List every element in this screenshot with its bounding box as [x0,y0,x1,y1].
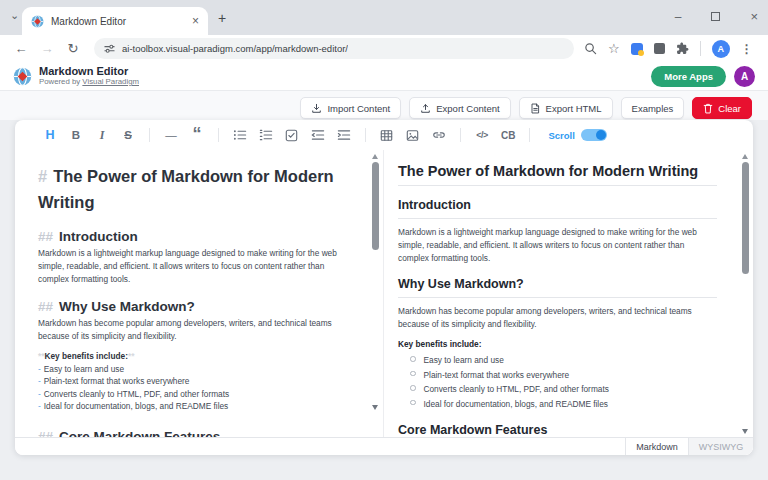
bullet-list-icon[interactable] [233,128,247,142]
site-settings-tune-icon[interactable] [104,43,115,54]
blockquote-icon[interactable]: “ [190,131,204,140]
powered-by-prefix: Powered by [39,77,80,86]
clear-button[interactable]: Clear [692,97,752,119]
table-icon[interactable] [380,129,394,142]
user-avatar[interactable]: A [734,66,755,87]
preview-scrollbar[interactable] [739,154,751,434]
scrollbar-up-icon[interactable] [372,154,378,159]
editor-benefits-label: Key benefits include: [44,351,127,361]
h2-marker: ## [38,429,53,437]
favicon-vp-logo [31,15,44,28]
tab-markdown[interactable]: Markdown [625,438,689,455]
toolbar-separator [218,128,219,142]
editor-benefit-item: Easy to learn and use [44,364,124,374]
editor-why-paragraph: Markdown has become popular among develo… [38,317,349,343]
editor-why-heading: Why Use Markdown? [59,299,195,314]
export-html-button[interactable]: Export HTML [519,97,613,119]
export-upload-icon [420,103,431,114]
scrollbar-thumb[interactable] [742,162,749,274]
scrollbar-down-icon[interactable] [372,405,378,410]
forward-icon[interactable]: → [36,41,58,56]
link-icon[interactable] [432,128,446,142]
preview-core-heading: Core Markdown Features [398,423,717,437]
export-content-label: Export Content [436,103,499,114]
url-field[interactable]: ai-toolbox.visual-paradigm.com/app/markd… [94,38,574,59]
browser-tab[interactable]: Markdown Editor × [22,7,208,35]
scrollbar-thumb[interactable] [372,162,379,250]
code-block-icon[interactable]: CB [501,130,515,141]
dash-marker: - [38,364,41,374]
scrollbar-down-icon[interactable] [742,429,748,434]
horizontal-rule-icon[interactable]: — [164,129,178,141]
extension-icon-blue[interactable] [631,43,643,55]
import-download-icon [311,103,322,114]
task-list-icon[interactable] [285,129,299,142]
export-html-label: Export HTML [546,103,602,114]
editor-benefit-item: Converts cleanly to HTML, PDF, and other… [44,389,229,399]
italic-icon[interactable]: I [95,128,109,143]
back-icon[interactable]: ← [10,41,32,56]
dash-marker: - [38,389,41,399]
visual-paradigm-logo [13,67,32,86]
editor-list-line: -Converts cleanly to HTML, PDF, and othe… [38,388,349,401]
extension-icon-dark[interactable] [654,43,665,54]
heading-icon[interactable]: H [43,128,57,142]
indent-icon[interactable] [337,128,351,142]
browser-profile-avatar[interactable]: A [712,40,730,58]
visual-paradigm-link[interactable]: Visual Paradigm [82,77,139,86]
outdent-icon[interactable] [311,128,325,142]
editor-scrollbar[interactable] [369,154,381,410]
editor-list-line: -Plain-text format that works everywhere [38,375,349,388]
window-minimize-icon[interactable]: – [675,10,682,24]
toolbar-separator [365,128,366,142]
image-icon[interactable] [406,129,420,142]
document-actions: Import Content Export Content Export HTM… [300,97,752,119]
toolbar-divider [700,41,701,56]
inline-code-icon[interactable]: </> [475,130,489,140]
examples-button[interactable]: Examples [621,97,685,119]
extensions-puzzle-icon[interactable] [676,42,689,55]
preview-doc-title: The Power of Markdown for Modern Writing [398,163,717,186]
export-content-button[interactable]: Export Content [409,97,510,119]
powered-by-text: Powered by Visual Paradigm [39,78,139,87]
scroll-sync-toggle[interactable] [581,129,607,141]
editor-h1-line: #The Power of Markdown for Modern Writin… [38,163,349,216]
numbered-list-icon[interactable] [259,128,273,142]
preview-benefits-list: Easy to learn and use Plain-text format … [398,353,717,411]
new-tab-button[interactable]: + [218,10,226,26]
editor-h2-line: ##Introduction [38,229,349,244]
window-maximize-icon[interactable] [711,12,720,21]
toolbar-separator [529,128,530,142]
editor-mode-tabbar: Markdown WYSIWYG [15,437,753,455]
markdown-editor-pane[interactable]: #The Power of Markdown for Modern Writin… [15,150,383,437]
editor-doc-title: The Power of Markdown for Modern Writing [38,167,334,211]
preview-why-heading: Why Use Markdown? [398,277,717,298]
zoom-search-icon[interactable] [584,42,597,55]
more-apps-button[interactable]: More Apps [651,66,726,87]
refresh-icon[interactable]: ↻ [62,41,84,56]
editor-h2-line: ##Why Use Markdown? [38,299,349,314]
import-content-button[interactable]: Import Content [300,97,401,119]
preview-benefits-label: Key benefits include: [398,339,717,349]
window-close-icon[interactable]: × [750,9,758,24]
editor-intro-paragraph: Markdown is a lightweight markup languag… [38,247,349,286]
tab-close-icon[interactable]: × [192,15,199,27]
preview-pane[interactable]: The Power of Markdown for Modern Writing… [383,150,753,437]
tab-wysiwyg[interactable]: WYSIWYG [689,438,753,455]
import-content-label: Import Content [327,103,390,114]
browser-tab-strip: ⌄ Markdown Editor × + – × [0,0,768,35]
formatting-toolbar: H B I S — “ </> CB [15,120,753,150]
scrollbar-up-icon[interactable] [742,154,748,159]
app-header: Markdown Editor Powered by Visual Paradi… [0,62,768,91]
url-text[interactable]: ai-toolbox.visual-paradigm.com/app/markd… [122,43,348,54]
editor-intro-heading: Introduction [59,229,138,244]
browser-menu-icon[interactable]: ⋮ [741,42,753,56]
bold-icon[interactable]: B [69,129,83,141]
trash-icon [703,103,713,114]
dash-marker: - [38,376,41,386]
bookmark-star-icon[interactable]: ☆ [608,41,620,56]
toolbar-separator [149,128,150,142]
tab-search-chevron-icon[interactable]: ⌄ [10,9,19,22]
strikethrough-icon[interactable]: S [121,129,135,141]
editor-list-line: -Ideal for documentation, blogs, and REA… [38,400,349,413]
